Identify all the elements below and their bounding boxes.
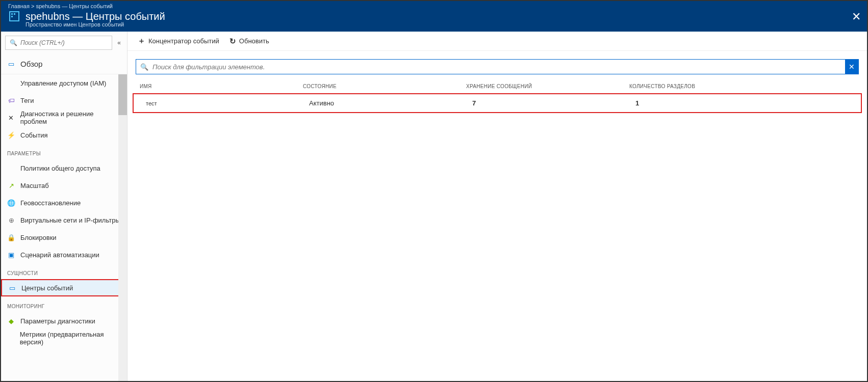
sidebar-item-geo[interactable]: 🌐 Геовосстановление xyxy=(1,194,127,211)
sidebar-item-vnet[interactable]: ⊕ Виртуальные сети и IP-фильтры xyxy=(1,211,127,229)
cell-partitions: 1 xyxy=(635,99,849,107)
table-row[interactable]: тест Активно 7 1 xyxy=(133,93,862,113)
svg-rect-1 xyxy=(11,13,13,15)
cell-state: Активно xyxy=(309,99,472,107)
search-icon: 🔍 xyxy=(136,63,152,71)
diagnostics-icon: ◆ xyxy=(7,317,15,325)
header-bar: Главная > spehubns — Центры событий speh… xyxy=(1,1,867,32)
sidebar-item-label: Параметры диагностики xyxy=(20,317,95,325)
sidebar-item-overview[interactable]: ▭ Обзор xyxy=(1,54,127,74)
sidebar-section-params: ПАРАМЕТРЫ xyxy=(1,144,127,159)
page-subtitle: Пространство имен Центров событий xyxy=(1,21,867,28)
sidebar-scrollbar-thumb[interactable] xyxy=(118,74,127,115)
script-icon: ▣ xyxy=(7,251,15,259)
svg-rect-2 xyxy=(14,13,15,15)
page-title: spehubns — Центры событий xyxy=(25,11,165,22)
sidebar-item-label: Сценарий автоматизации xyxy=(20,251,99,259)
sidebar-item-iam[interactable]: Управление доступом (IAM) xyxy=(1,74,127,92)
sidebar-item-label: Масштаб xyxy=(20,182,49,189)
sidebar-item-label: Политики общего доступа xyxy=(20,165,100,172)
sidebar-item-label: События xyxy=(20,131,48,139)
breadcrumb[interactable]: Главная > spehubns — Центры событий xyxy=(1,1,867,9)
sidebar-search[interactable]: 🔍 xyxy=(5,36,112,50)
sidebar-item-metrics[interactable]: Метрики (предварительная версия) xyxy=(1,330,127,347)
refresh-button[interactable]: ↻ Обновить xyxy=(225,34,273,49)
lock-icon: 🔒 xyxy=(7,233,15,241)
sidebar-item-label: Теги xyxy=(20,97,34,104)
close-button[interactable]: ✕ xyxy=(852,10,861,23)
sidebar-item-eventhubs[interactable]: ▭ Центры событий xyxy=(1,279,127,296)
iam-icon xyxy=(7,79,15,87)
plus-icon: ＋ xyxy=(138,36,145,46)
sidebar-item-scale[interactable]: ↗ Масштаб xyxy=(1,177,127,194)
refresh-icon: ↻ xyxy=(229,37,236,46)
network-icon: ⊕ xyxy=(7,216,15,224)
sidebar-item-label: Метрики (предварительная версия) xyxy=(20,331,121,346)
sidebar-item-events[interactable]: ⚡ События xyxy=(1,126,127,144)
sidebar-item-label: Блокировки xyxy=(20,234,57,241)
sidebar-item-label: Управление доступом (IAM) xyxy=(20,79,106,87)
cell-name: тест xyxy=(146,100,309,106)
toolbar: ＋ Концентратор событий ↻ Обновить xyxy=(127,32,867,51)
sidebar-item-locks[interactable]: 🔒 Блокировки xyxy=(1,229,127,246)
metrics-icon xyxy=(7,334,15,342)
col-header-partitions[interactable]: КОЛИЧЕСТВО РАЗДЕЛОВ xyxy=(629,84,855,89)
toolbar-add-label: Концентратор событий xyxy=(148,37,219,45)
cell-retention: 7 xyxy=(472,99,635,107)
sidebar-item-label: Обзор xyxy=(20,60,42,68)
tag-icon: 🏷 xyxy=(7,96,15,104)
breadcrumb-section[interactable]: Центры событий xyxy=(69,3,113,9)
search-icon: 🔍 xyxy=(10,39,17,46)
svg-rect-3 xyxy=(11,16,13,17)
sidebar-item-label: Центры событий xyxy=(21,284,73,292)
sidebar-item-label: Геовосстановление xyxy=(20,199,81,207)
scale-icon: ↗ xyxy=(7,181,15,189)
breadcrumb-ns[interactable]: spehubns xyxy=(36,3,60,9)
collapse-sidebar-button[interactable]: « xyxy=(115,37,123,48)
eventhub-namespace-icon xyxy=(8,10,20,22)
sidebar-section-monitoring: МОНИТОРИНГ xyxy=(1,296,127,312)
sidebar-item-automation[interactable]: ▣ Сценарий автоматизации xyxy=(1,246,127,263)
svg-rect-0 xyxy=(10,12,19,21)
wrench-icon: ✕ xyxy=(7,114,15,122)
filter-search[interactable]: 🔍 ✕ xyxy=(136,59,859,74)
sidebar-item-label: Виртуальные сети и IP-фильтры xyxy=(20,216,120,224)
lightning-icon: ⚡ xyxy=(7,131,15,139)
sidebar-search-input[interactable] xyxy=(20,39,108,46)
eventhub-icon: ▭ xyxy=(8,284,16,292)
clear-filter-button[interactable]: ✕ xyxy=(845,59,858,74)
main-content: ＋ Концентратор событий ↻ Обновить 🔍 ✕ ИМ… xyxy=(127,32,867,381)
sidebar-item-label: Диагностика и решение проблем xyxy=(20,110,121,125)
col-header-retention[interactable]: ХРАНЕНИЕ СООБЩЕНИЙ xyxy=(466,84,629,89)
breadcrumb-home[interactable]: Главная xyxy=(8,3,30,9)
key-icon xyxy=(7,164,15,172)
sidebar-item-access-policies[interactable]: Политики общего доступа xyxy=(1,159,127,177)
overview-icon: ▭ xyxy=(7,60,15,68)
sidebar-item-tags[interactable]: 🏷 Теги xyxy=(1,92,127,109)
sidebar-item-diagnose[interactable]: ✕ Диагностика и решение проблем xyxy=(1,109,127,126)
add-eventhub-button[interactable]: ＋ Концентратор событий xyxy=(134,33,223,49)
sidebar-scrollbar-track xyxy=(118,74,127,381)
col-header-state[interactable]: СОСТОЯНИЕ xyxy=(303,84,466,89)
toolbar-refresh-label: Обновить xyxy=(239,37,269,45)
sidebar-section-entities: СУЩНОСТИ xyxy=(1,263,127,279)
col-header-name[interactable]: ИМЯ xyxy=(140,84,303,89)
sidebar: 🔍 « ▭ Обзор Управление доступом (IAM) 🏷 … xyxy=(1,32,127,381)
globe-icon: 🌐 xyxy=(7,199,15,207)
sidebar-item-diag-settings[interactable]: ◆ Параметры диагностики xyxy=(1,312,127,330)
table-header-row: ИМЯ СОСТОЯНИЕ ХРАНЕНИЕ СООБЩЕНИЙ КОЛИЧЕС… xyxy=(127,78,867,93)
filter-input[interactable] xyxy=(152,63,845,71)
